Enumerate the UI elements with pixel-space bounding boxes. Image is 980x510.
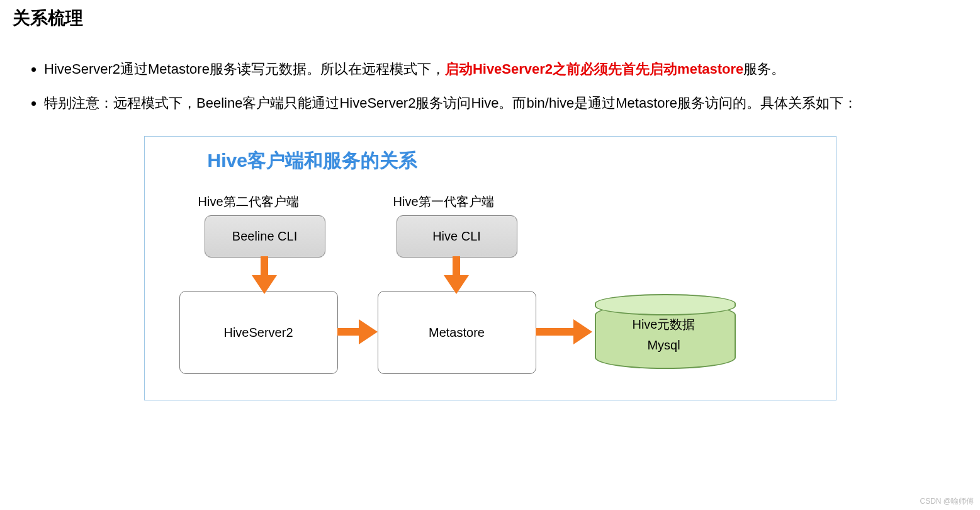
- bullet-1-text-a: HiveServer2通过Metastore服务读写元数据。所以在远程模式下，: [44, 61, 445, 77]
- bullet-1-text-b: 服务。: [743, 61, 785, 77]
- bullet-1-emphasis: 启动HiveServer2之前必须先首先启动metastore: [445, 61, 743, 77]
- arrow-hs2-to-metastore-icon: [337, 319, 378, 344]
- arrow-hivecli-to-metastore-icon: [444, 256, 469, 294]
- label-gen1-client: Hive第一代客户端: [393, 193, 494, 210]
- box-metastore: Metastore: [378, 291, 536, 374]
- cylinder-line1: Hive元数据: [595, 316, 733, 333]
- section-heading: 关系梳理: [13, 6, 967, 30]
- relationship-diagram: Hive客户端和服务的关系 Hive第二代客户端 Hive第一代客户端 Beel…: [144, 136, 836, 400]
- bullet-1: HiveServer2通过Metastore服务读写元数据。所以在远程模式下，启…: [44, 55, 967, 83]
- arrow-metastore-to-mysql-icon: [536, 319, 592, 344]
- bullet-2: 特别注意：远程模式下，Beeline客户端只能通过HiveServer2服务访问…: [44, 89, 967, 117]
- box-hiveserver2: HiveServer2: [179, 291, 338, 374]
- cylinder-line2: Mysql: [595, 338, 733, 353]
- box-beeline-cli: Beeline CLI: [205, 215, 325, 258]
- diagram-title: Hive客户端和服务的关系: [208, 148, 417, 174]
- box-hive-cli: Hive CLI: [397, 215, 517, 258]
- cylinder-mysql: Hive元数据 Mysql: [595, 294, 733, 376]
- arrow-beeline-to-hs2-icon: [252, 256, 277, 294]
- label-gen2-client: Hive第二代客户端: [198, 193, 299, 210]
